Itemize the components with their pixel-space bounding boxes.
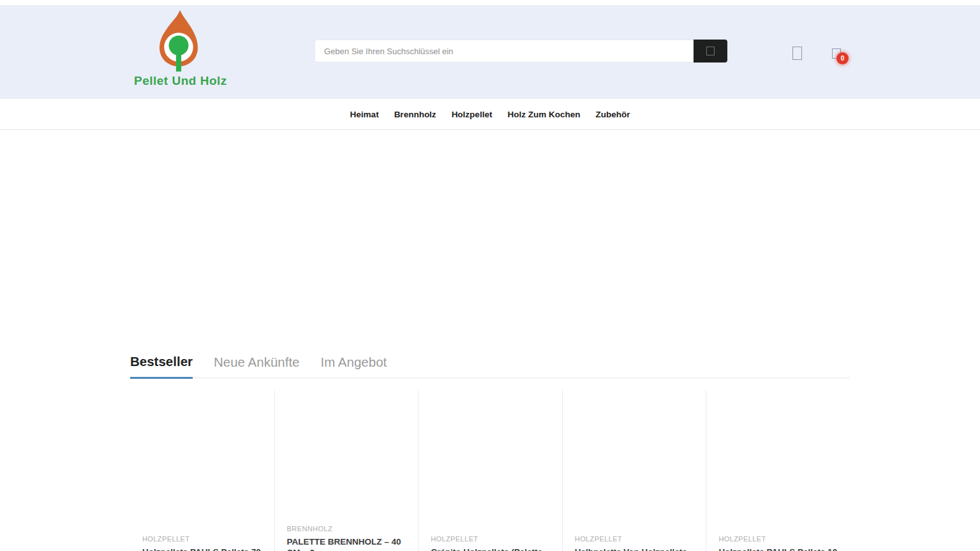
search-icon	[706, 47, 715, 55]
product-title[interactable]: Holzpellets PAULS Pellets 10	[718, 547, 838, 551]
header-icons: 0	[763, 45, 852, 70]
site-logo[interactable]: Pellet Und Holz	[134, 9, 223, 88]
top-strip	[0, 0, 980, 5]
main-nav: Heimat Brennholz Holzpellet Holz Zum Koc…	[0, 99, 980, 130]
product-card[interactable]: HOLZPELLET Holzpellets PAULS Pellets 70	[130, 390, 274, 551]
flame-logo-icon	[148, 9, 209, 73]
tab-im-angebot[interactable]: Im Angebot	[321, 351, 387, 378]
product-title[interactable]: Holzpellets PAULS Pellets 70	[142, 547, 262, 551]
product-title[interactable]: Crépito Holzpellets (Palette Mit 72	[431, 547, 550, 551]
search-bar	[315, 40, 727, 62]
product-grid: HOLZPELLET Holzpellets PAULS Pellets 70 …	[130, 390, 850, 551]
product-card[interactable]: HOLZPELLET Holzpellets PAULS Pellets 10	[706, 390, 850, 551]
search-input[interactable]	[315, 40, 694, 62]
search-button[interactable]	[694, 40, 727, 62]
product-title[interactable]: PALETTE BRENNHOLZ – 40 CM – 3	[287, 536, 406, 551]
cart-button[interactable]: 0	[832, 48, 841, 61]
product-tabs: Bestseller Neue Ankünfte Im Angebot	[130, 351, 850, 378]
product-category: BRENNHOLZ	[287, 525, 406, 533]
main-content: Bestseller Neue Ankünfte Im Angebot HOLZ…	[130, 351, 850, 551]
nav-item-brennholz[interactable]: Brennholz	[387, 99, 444, 130]
nav-item-heimat[interactable]: Heimat	[343, 99, 387, 130]
cart-count-badge: 0	[836, 52, 849, 64]
product-category: HOLZPELLET	[142, 535, 262, 543]
product-image-placeholder	[718, 390, 838, 535]
product-image-placeholder	[431, 390, 550, 535]
product-title[interactable]: Halbpalette Von Holzpellets 15kg	[575, 547, 694, 551]
nav-item-zubehoer[interactable]: Zubehör	[588, 99, 637, 130]
hero-slider-empty	[0, 130, 980, 351]
account-button[interactable]	[792, 47, 802, 62]
nav-item-holzpellet[interactable]: Holzpellet	[444, 99, 500, 130]
product-card[interactable]: HOLZPELLET Crépito Holzpellets (Palette …	[418, 390, 562, 551]
product-category: HOLZPELLET	[718, 535, 838, 543]
product-image-placeholder	[287, 390, 406, 525]
product-card[interactable]: HOLZPELLET Halbpalette Von Holzpellets 1…	[562, 390, 706, 551]
product-category: HOLZPELLET	[431, 535, 550, 543]
tab-neue-ankuenfte[interactable]: Neue Ankünfte	[214, 351, 300, 378]
user-icon	[792, 47, 802, 60]
logo-text: Pellet Und Holz	[134, 74, 223, 88]
product-image-placeholder	[575, 390, 694, 535]
site-header: Pellet Und Holz 0	[0, 5, 980, 99]
product-category: HOLZPELLET	[575, 535, 694, 543]
product-image-placeholder	[142, 390, 262, 535]
nav-item-holz-zum-kochen[interactable]: Holz Zum Kochen	[500, 99, 588, 130]
tab-bestseller[interactable]: Bestseller	[130, 351, 193, 379]
product-card[interactable]: BRENNHOLZ PALETTE BRENNHOLZ – 40 CM – 3	[274, 390, 419, 551]
